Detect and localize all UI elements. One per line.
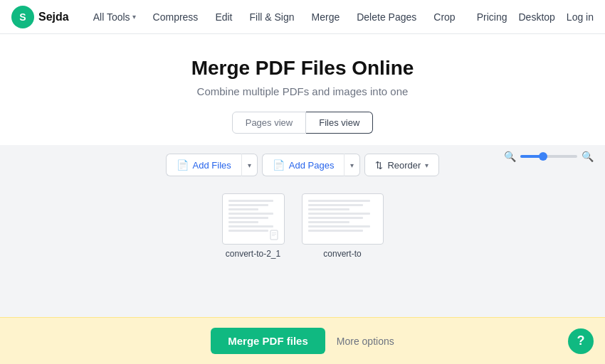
file-thumbnail [302, 193, 384, 245]
add-files-icon: 📄 [177, 159, 189, 171]
pdf-icon [270, 230, 281, 241]
desktop-link[interactable]: Desktop [518, 11, 554, 23]
nav-right: Pricing Desktop Log in [477, 11, 594, 23]
file-name: convert-to [323, 249, 361, 259]
view-toggle: Pages view Files view [0, 112, 605, 145]
reorder-arrow-icon: ▾ [425, 161, 428, 169]
add-files-button[interactable]: 📄 Add Files [166, 154, 241, 176]
merge-button[interactable]: Merge PDF files [211, 328, 325, 354]
files-area: convert-to-2_1 convert-to [0, 176, 605, 259]
reorder-icon: ⇅ [375, 160, 383, 171]
file-item[interactable]: convert-to-2_1 [222, 193, 285, 259]
nav-crop[interactable]: Crop [426, 7, 462, 27]
navbar: S Sejda All Tools ▾ Compress Edit Fill &… [0, 0, 605, 34]
logo-text: Sejda [38, 11, 69, 23]
add-pages-icon: 📄 [273, 159, 285, 171]
login-link[interactable]: Log in [567, 11, 594, 23]
nav-compress[interactable]: Compress [146, 7, 206, 27]
nav-merge[interactable]: Merge [305, 7, 347, 27]
svg-rect-2 [272, 234, 276, 235]
page-subtitle: Combine multiple PDFs and images into on… [11, 85, 594, 97]
reorder-button[interactable]: ⇅ Reorder ▾ [364, 154, 439, 176]
nav-all-tools[interactable]: All Tools ▾ [86, 7, 143, 27]
add-files-group: 📄 Add Files ▾ [166, 154, 258, 176]
svg-rect-1 [272, 232, 276, 233]
pages-view-button[interactable]: Pages view [232, 112, 306, 134]
nav-fill-sign[interactable]: Fill & Sign [243, 7, 302, 27]
logo-icon: S [11, 6, 34, 28]
main-area: 🔍 🔍 📄 Add Files ▾ 📄 Add Pages [0, 145, 605, 364]
chevron-down-icon: ▾ [132, 13, 136, 21]
svg-rect-0 [270, 230, 278, 240]
add-files-dropdown[interactable]: ▾ [241, 154, 258, 176]
bottom-bar: Merge PDF files More options ? [0, 317, 605, 364]
nav-links: All Tools ▾ Compress Edit Fill & Sign Me… [86, 7, 477, 27]
file-thumbnail [222, 193, 285, 245]
page-header: Merge PDF Files Online Combine multiple … [0, 34, 605, 112]
add-pages-group: 📄 Add Pages ▾ [262, 154, 361, 176]
pricing-link[interactable]: Pricing [477, 11, 507, 23]
file-toolbar: 📄 Add Files ▾ 📄 Add Pages ▾ ⇅ Reorder ▾ [0, 145, 605, 176]
logo[interactable]: S Sejda [11, 6, 69, 28]
page-title: Merge PDF Files Online [11, 57, 594, 80]
nav-delete-pages[interactable]: Delete Pages [349, 7, 424, 27]
file-name: convert-to-2_1 [226, 249, 280, 259]
help-button[interactable]: ? [568, 328, 594, 354]
file-item[interactable]: convert-to [302, 193, 384, 259]
more-options-link[interactable]: More options [337, 336, 394, 347]
nav-edit[interactable]: Edit [208, 7, 239, 27]
add-pages-button[interactable]: 📄 Add Pages [262, 154, 344, 176]
add-pages-dropdown[interactable]: ▾ [344, 154, 360, 176]
svg-rect-3 [272, 235, 275, 236]
files-view-button[interactable]: Files view [306, 112, 373, 134]
